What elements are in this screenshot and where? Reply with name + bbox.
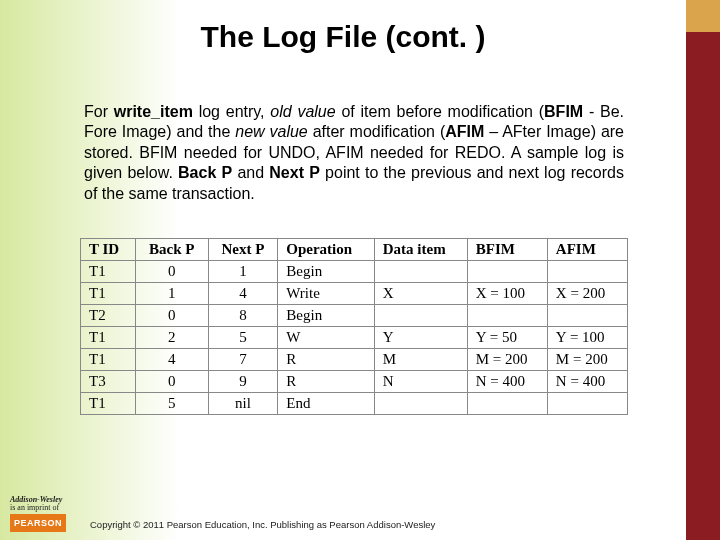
table-cell: 4 bbox=[208, 283, 278, 305]
table-cell: T2 bbox=[81, 305, 136, 327]
log-table-wrap: T ID Back P Next P Operation Data item B… bbox=[40, 238, 646, 415]
table-row: T309RNN = 400N = 400 bbox=[81, 371, 628, 393]
table-row: T125WYY = 50Y = 100 bbox=[81, 327, 628, 349]
table-cell: X = 100 bbox=[467, 283, 547, 305]
table-cell bbox=[374, 305, 467, 327]
table-cell: R bbox=[278, 371, 374, 393]
table-row: T147RMM = 200M = 200 bbox=[81, 349, 628, 371]
table-cell: 0 bbox=[135, 371, 208, 393]
body-paragraph: For write_item log entry, old value of i… bbox=[40, 102, 646, 204]
col-tid: T ID bbox=[81, 239, 136, 261]
table-cell: W bbox=[278, 327, 374, 349]
table-cell bbox=[547, 393, 627, 415]
table-cell: 5 bbox=[135, 393, 208, 415]
table-cell: R bbox=[278, 349, 374, 371]
col-dataitem: Data item bbox=[374, 239, 467, 261]
addison-wesley-badge: Addison-Wesley is an imprint of bbox=[10, 496, 66, 512]
col-operation: Operation bbox=[278, 239, 374, 261]
table-cell: N = 400 bbox=[467, 371, 547, 393]
table-cell: X = 200 bbox=[547, 283, 627, 305]
table-cell: 4 bbox=[135, 349, 208, 371]
table-cell bbox=[374, 261, 467, 283]
table-cell: Begin bbox=[278, 305, 374, 327]
table-cell bbox=[467, 261, 547, 283]
col-bfim: BFIM bbox=[467, 239, 547, 261]
table-row: T114WriteXX = 100X = 200 bbox=[81, 283, 628, 305]
table-cell: 9 bbox=[208, 371, 278, 393]
table-cell: Write bbox=[278, 283, 374, 305]
table-cell: 0 bbox=[135, 305, 208, 327]
log-table: T ID Back P Next P Operation Data item B… bbox=[80, 238, 628, 415]
table-cell bbox=[467, 305, 547, 327]
table-cell: X bbox=[374, 283, 467, 305]
table-cell: 1 bbox=[208, 261, 278, 283]
table-cell: 8 bbox=[208, 305, 278, 327]
table-cell: 5 bbox=[208, 327, 278, 349]
copyright-footer: Copyright © 2011 Pearson Education, Inc.… bbox=[90, 519, 435, 530]
page-title: The Log File (cont. ) bbox=[40, 20, 646, 54]
table-cell: Y = 50 bbox=[467, 327, 547, 349]
table-cell: N bbox=[374, 371, 467, 393]
table-cell: T1 bbox=[81, 283, 136, 305]
table-row: T15nilEnd bbox=[81, 393, 628, 415]
table-cell: T3 bbox=[81, 371, 136, 393]
table-row: T208Begin bbox=[81, 305, 628, 327]
col-nextp: Next P bbox=[208, 239, 278, 261]
table-cell: N = 400 bbox=[547, 371, 627, 393]
table-cell: nil bbox=[208, 393, 278, 415]
table-cell: 2 bbox=[135, 327, 208, 349]
table-cell: M = 200 bbox=[467, 349, 547, 371]
table-cell: T1 bbox=[81, 261, 136, 283]
table-cell: 7 bbox=[208, 349, 278, 371]
table-cell: T1 bbox=[81, 327, 136, 349]
table-cell: M bbox=[374, 349, 467, 371]
table-row: T101Begin bbox=[81, 261, 628, 283]
col-backp: Back P bbox=[135, 239, 208, 261]
table-cell bbox=[547, 305, 627, 327]
table-cell: T1 bbox=[81, 393, 136, 415]
table-cell: 1 bbox=[135, 283, 208, 305]
table-cell: Begin bbox=[278, 261, 374, 283]
decor-bar-right bbox=[686, 0, 720, 540]
slide-content: The Log File (cont. ) For write_item log… bbox=[0, 0, 686, 540]
table-cell bbox=[547, 261, 627, 283]
table-cell: Y bbox=[374, 327, 467, 349]
table-cell bbox=[374, 393, 467, 415]
table-cell: 0 bbox=[135, 261, 208, 283]
pearson-logo: PEARSON bbox=[10, 514, 66, 532]
table-cell: End bbox=[278, 393, 374, 415]
table-cell bbox=[467, 393, 547, 415]
table-cell: T1 bbox=[81, 349, 136, 371]
table-header-row: T ID Back P Next P Operation Data item B… bbox=[81, 239, 628, 261]
col-afim: AFIM bbox=[547, 239, 627, 261]
table-cell: Y = 100 bbox=[547, 327, 627, 349]
publisher-badges: Addison-Wesley is an imprint of PEARSON bbox=[10, 496, 66, 532]
table-cell: M = 200 bbox=[547, 349, 627, 371]
